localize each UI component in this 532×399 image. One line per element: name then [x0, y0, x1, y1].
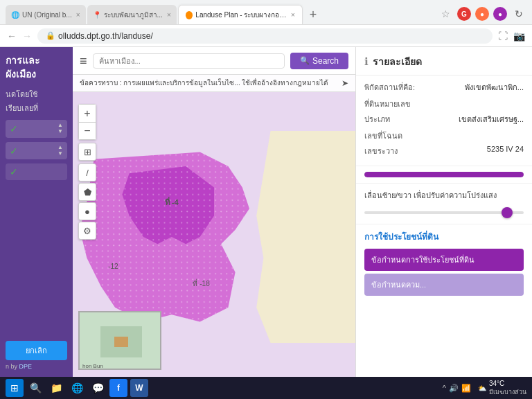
draw-line-button[interactable]: /	[78, 163, 96, 181]
tab-1-label: UN (Original b...	[22, 11, 72, 19]
cancel-button[interactable]: ยกเลิก	[6, 341, 67, 360]
progress-fill	[364, 172, 524, 177]
profile-icon-red[interactable]: G	[457, 7, 471, 21]
powered-link[interactable]: DPE	[19, 363, 33, 370]
screenshot-icon[interactable]: 📷	[513, 30, 525, 42]
tab-2[interactable]: 📍 ระบบพัฒนาภูมิสา... ×	[87, 5, 177, 24]
svg-text:-12: -12	[108, 263, 118, 270]
back-button[interactable]: ←	[7, 30, 17, 42]
taskbar-files[interactable]: 📁	[47, 379, 65, 397]
center-container: ≡ 🔍 Search ข้อควรทราบ : การเผยแพร่และบริ…	[73, 47, 355, 377]
search-button[interactable]: 🔍 Search	[290, 53, 348, 69]
address-input-wrapper[interactable]: 🔒 olludds.dpt.go.th/landuse/	[37, 28, 493, 44]
sidebar: การและผังเมือง นดโดยใช้ เรียบเลยที่ ✓ ▲▼…	[0, 47, 73, 377]
search-input[interactable]	[93, 53, 285, 69]
lock-icon: 🔒	[46, 31, 55, 40]
search-button-label: Search	[312, 56, 339, 66]
settings-button[interactable]: ⚙	[78, 222, 96, 240]
sort-arrows-1[interactable]: ▲▼	[57, 123, 63, 135]
tab-3[interactable]: Landuse Plan - ระบบผางกอนผล้... ×	[178, 5, 303, 24]
zoom-out-button[interactable]: −	[78, 122, 96, 140]
tab-3-label: Landuse Plan - ระบบผางกอนผล้...	[195, 10, 287, 20]
field-mapcode: เลขระวาง 5235 IV 24	[364, 145, 524, 157]
field-location: พิกัดสถานที่คือ: พังเขตพัฒนาพิก...	[364, 81, 524, 94]
minimap: hon Bun	[78, 311, 161, 370]
svg-rect-7	[114, 337, 128, 347]
field-landnum-label: ที่ดินหมายเลข	[364, 100, 411, 108]
field-docnum-label: เลขที่โฉนด	[364, 132, 402, 140]
map-container: ข้อควรทราบ : การเผยแพร่และบริการข้อมูลใน…	[73, 75, 355, 377]
search-button-icon: 🔍	[300, 56, 310, 65]
slider-track[interactable]	[364, 207, 524, 218]
profile-icon-purple[interactable]: ●	[493, 7, 507, 21]
field-location-label: พิกัดสถานที่คือ:	[364, 81, 465, 94]
tab-1-close[interactable]: ×	[76, 11, 80, 19]
taskbar-chevron[interactable]: ^	[443, 384, 446, 392]
sidebar-item-2[interactable]: ✓ ▲▼	[6, 142, 67, 160]
taskbar: ⊞ 🔍 📁 🌐 💬 f W ^ 🔊 📶 ⛅ 34°C มีเมฆบางส่วน	[0, 377, 532, 399]
taskbar-chat[interactable]: 💬	[89, 379, 107, 397]
browser-chrome: 🌐 UN (Original b... × 📍 ระบบพัฒนาภูมิสา.…	[0, 0, 532, 25]
field-mapcode-label: เลขระวาง	[364, 145, 487, 157]
taskbar-word[interactable]: W	[130, 379, 148, 397]
hamburger-menu[interactable]: ≡	[80, 55, 87, 67]
slider-thumb[interactable]	[502, 207, 513, 218]
sort-arrows-2[interactable]: ▲▼	[57, 145, 63, 157]
start-button[interactable]: ⊞	[6, 379, 24, 397]
svg-text:ที่ -18: ที่ -18	[193, 278, 210, 287]
check-icon-1: ✓	[10, 123, 18, 134]
add-tab-button[interactable]: +	[304, 5, 323, 24]
field-type-value: เขตส่งเสริมเศรษฐ...	[459, 113, 524, 125]
check-icon-2: ✓	[10, 145, 18, 157]
land-use-btn-2[interactable]: ข้อกำหนดควม...	[364, 274, 524, 296]
info-bar-arrow[interactable]: ➤	[342, 78, 348, 88]
sidebar-item-1[interactable]: ✓ ▲▼	[6, 120, 67, 138]
tab-3-favicon	[186, 11, 193, 19]
forward-button[interactable]: →	[22, 30, 32, 42]
zoom-controls: + −	[78, 104, 96, 140]
sidebar-section2: เรียบเลยที่	[6, 102, 67, 114]
slider-section: เลื่อนซ้าย/ขวา เพื่อปรับค่าความโปร่งแสง	[356, 184, 532, 224]
land-use-btn-1[interactable]: ข้อกำหนดการใช้ประโยชน์ที่ดิน	[364, 249, 524, 271]
zoom-in-button[interactable]: +	[78, 104, 96, 122]
draw-point-button[interactable]: ●	[78, 202, 96, 220]
tab-2-favicon: 📍	[93, 11, 101, 19]
check-icon-3: ✓	[10, 166, 18, 177]
powered-by: n by DPE	[6, 363, 67, 370]
progress-bar	[364, 172, 524, 177]
field-landnum: ที่ดินหมายเลข	[364, 98, 524, 110]
taskbar-browser[interactable]: 🌐	[68, 379, 86, 397]
field-docnum: เลขที่โฉนด	[364, 130, 524, 142]
slider-background	[364, 211, 524, 214]
taskbar-system-icons: ^ 🔊 📶	[443, 384, 471, 393]
sidebar-item-3[interactable]: ✓	[6, 163, 67, 180]
panel-title: รายละเอียด	[373, 54, 422, 69]
app-container: การและผังเมือง นดโดยใช้ เรียบเลยที่ ✓ ▲▼…	[0, 47, 532, 377]
slider-label: เลื่อนซ้าย/ขวา เพื่อปรับค่าความโปร่งแสง	[364, 189, 524, 202]
weather-desc: มีเมฆบางส่วน	[489, 387, 526, 397]
layer-button[interactable]: ⊞	[78, 143, 96, 161]
taskbar-facebook[interactable]: f	[109, 379, 127, 397]
map-controls: + − ⊞ / ⬟ ● ⚙	[78, 104, 96, 240]
profile-icon-orange[interactable]: ●	[475, 7, 489, 21]
refresh-icon[interactable]: ↻	[511, 6, 526, 21]
tab-2-label: ระบบพัฒนาภูมิสา...	[104, 10, 163, 20]
resize-icon[interactable]: ⛶	[498, 30, 508, 42]
sidebar-title: การและผังเมือง	[6, 54, 67, 81]
tab-2-close[interactable]: ×	[167, 11, 171, 19]
taskbar-volume[interactable]: 🔊	[449, 384, 459, 393]
sidebar-section1: นดโดยใช้	[6, 88, 67, 100]
star-icon[interactable]: ☆	[438, 6, 453, 21]
field-location-value: พังเขตพัฒนาพิก...	[465, 81, 524, 94]
address-text[interactable]: olludds.dpt.go.th/landuse/	[58, 31, 153, 41]
taskbar-network[interactable]: 📶	[461, 384, 471, 393]
top-search-bar: ≡ 🔍 Search	[73, 47, 355, 75]
draw-polygon-button[interactable]: ⬟	[78, 183, 96, 201]
info-bar: ข้อควรทราบ : การเผยแพร่และบริการข้อมูลใน…	[73, 75, 355, 92]
tab-bar: 🌐 UN (Original b... × 📍 ระบบพัฒนาภูมิสา.…	[6, 0, 438, 24]
panel-header: ℹ รายละเอียด	[356, 47, 532, 76]
taskbar-search[interactable]: 🔍	[26, 379, 44, 397]
tab-3-close[interactable]: ×	[291, 11, 295, 19]
land-use-section: การใช้ประโยชน์ที่ดิน ข้อกำหนดการใช้ประโย…	[356, 224, 532, 301]
tab-1[interactable]: 🌐 UN (Original b... ×	[6, 5, 86, 24]
